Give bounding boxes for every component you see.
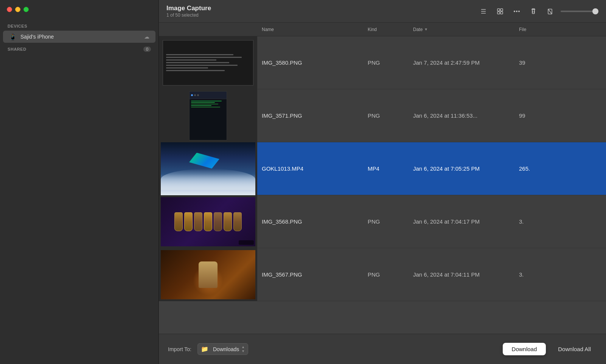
file-name: IMG_3571.PNG [257,112,363,119]
file-name: IMG_3568.PNG [257,218,363,225]
zoom-slider[interactable] [561,11,598,12]
table-row[interactable]: IMG_3571.PNG PNG Jan 6, 2024 at 11:36:53… [159,89,606,142]
toolbar: Image Capture 1 of 50 selected [159,0,606,23]
file-kind: PNG [363,218,409,225]
folder-icon: 📁 [201,345,208,353]
download-button[interactable]: Download [503,343,546,355]
file-thumbnail [159,195,257,248]
file-name: IMG_3567.PNG [257,271,363,278]
zoom-slider-thumb[interactable] [592,8,598,14]
file-size: 39 [514,59,606,66]
svg-rect-5 [497,12,500,14]
file-kind: PNG [363,59,409,66]
svg-rect-4 [500,9,503,11]
minimize-button[interactable] [15,7,20,12]
chevron-updown-icon: ▲ ▼ [241,345,245,353]
file-date: Jan 6, 2024 at 7:04:11 PM [409,271,514,278]
file-date: Jan 6, 2024 at 11:36:53... [409,112,514,119]
more-options-button[interactable] [511,5,523,17]
file-kind: MP4 [363,165,409,172]
file-info: IMG_3571.PNG PNG Jan 6, 2024 at 11:36:53… [257,112,606,119]
file-info: IMG_3580.PNG PNG Jan 7, 2024 at 2:47:59 … [257,59,606,66]
file-size: 265. [514,165,606,172]
file-date: Jan 6, 2024 at 7:05:25 PM [409,165,514,172]
col-header-name[interactable]: Name [257,27,363,32]
file-size: 3. [514,271,606,278]
table-header: Name Kind Date ▼ File [159,23,606,36]
col-header-date[interactable]: Date ▼ [409,27,514,32]
sort-arrow-icon: ▼ [424,27,428,31]
table-row[interactable]: GOKL1013.MP4 MP4 Jan 6, 2024 at 7:05:25 … [159,142,606,195]
toolbar-actions [477,5,598,17]
col-header-kind[interactable]: Kind [363,27,409,32]
grid-view-button[interactable] [494,5,506,17]
import-folder-selector[interactable]: 📁 Downloads ▲ ▼ [197,343,248,355]
shared-section: SHARED 0 [0,44,158,53]
download-all-button[interactable]: Download All [552,343,597,355]
main-content: Image Capture 1 of 50 selected [159,0,606,364]
file-date: Jan 7, 2024 at 2:47:59 PM [409,59,514,66]
svg-line-14 [548,9,552,14]
sidebar: DEVICES 📱 Sajid's iPhone ☁ SHARED 0 [0,0,159,364]
col-header-file[interactable]: File [514,27,606,32]
file-name: GOKL1013.MP4 [257,165,363,172]
shared-count-badge: 0 [143,47,151,52]
file-info: IMG_3567.PNG PNG Jan 6, 2024 at 7:04:11 … [257,271,606,278]
file-thumbnail [159,248,257,301]
file-kind: PNG [363,271,409,278]
date-label: Date [413,27,423,32]
sidebar-item-iphone[interactable]: 📱 Sajid's iPhone ☁ [3,31,155,43]
file-kind: PNG [363,112,409,119]
svg-point-8 [516,11,517,12]
list-view-button[interactable] [477,5,489,17]
device-name: Sajid's iPhone [20,34,144,40]
bottom-bar: Import To: 📁 Downloads ▲ ▼ Download Down… [159,334,606,364]
table-row[interactable]: IMG_3580.PNG PNG Jan 7, 2024 at 2:47:59 … [159,36,606,89]
file-size: 3. [514,218,606,225]
shared-section-label: SHARED [8,47,26,51]
file-info: GOKL1013.MP4 MP4 Jan 6, 2024 at 7:05:25 … [257,165,606,172]
file-thumbnail [159,36,257,89]
zoom-slider-container [561,11,598,12]
delete-button[interactable] [527,5,539,17]
maximize-button[interactable] [23,7,29,12]
cloud-icon: ☁ [144,34,149,40]
file-thumbnail [159,89,257,142]
rotate-button[interactable] [544,5,556,17]
table-row[interactable]: IMG_3568.PNG PNG Jan 6, 2024 at 7:04:17 … [159,195,606,248]
window-controls [7,7,29,12]
import-folder-text: Downloads [213,346,239,352]
file-thumbnail [159,142,257,195]
svg-point-9 [518,11,520,12]
table-row[interactable]: IMG_3567.PNG PNG Jan 6, 2024 at 7:04:11 … [159,248,606,301]
file-date: Jan 6, 2024 at 7:04:17 PM [409,218,514,225]
file-info: IMG_3568.PNG PNG Jan 6, 2024 at 7:04:17 … [257,218,606,225]
close-button[interactable] [7,7,12,12]
svg-point-7 [514,11,515,12]
file-size: 99 [514,112,606,119]
title-group: Image Capture 1 of 50 selected [166,5,471,17]
file-list: IMG_3580.PNG PNG Jan 7, 2024 at 2:47:59 … [159,36,606,334]
svg-rect-3 [497,9,500,11]
devices-section-label: DEVICES [0,21,158,30]
file-name: IMG_3580.PNG [257,59,363,66]
iphone-icon: 📱 [9,33,17,40]
svg-rect-6 [500,12,503,14]
selection-count: 1 of 50 selected [166,12,471,18]
import-to-label: Import To: [168,346,191,352]
app-title: Image Capture [166,5,471,12]
